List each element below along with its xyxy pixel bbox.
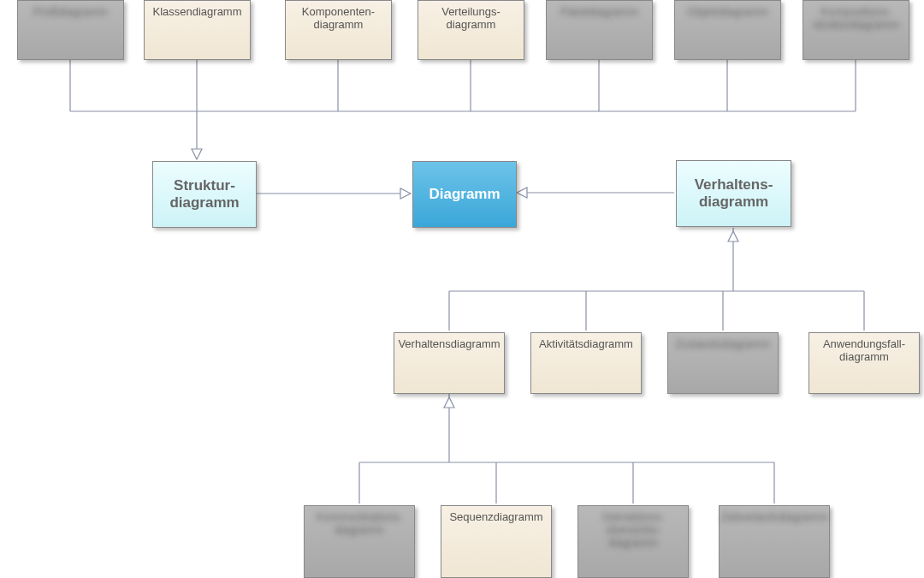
node-zustandsdiagramm: Zustandsdiagramm [667,332,779,394]
svg-marker-22 [444,397,454,408]
node-objektdiagramm: Objektdiagramm [674,0,781,60]
label: Zustandsdiagramm [675,338,770,351]
svg-marker-15 [728,231,738,241]
label: Klassendiagramm [152,6,241,19]
node-aktivitaetsdiagramm: Aktivitätsdiagramm [530,332,642,394]
svg-marker-13 [517,188,527,198]
label: Verhaltens-diagramm [695,176,773,210]
node-profildiagramm: Profildiagramm [17,0,124,60]
node-klassendiagramm: Klassendiagramm [144,0,251,60]
label: Struktur-diagramm [169,177,239,211]
node-anwendungsfalldiagramm: Anwendungsfall-diagramm [808,332,920,394]
svg-marker-9 [192,149,202,159]
node-paketdiagramm: Paketdiagramm [546,0,653,60]
node-komponentendiagramm: Komponenten-diagramm [285,0,392,60]
node-verhaltensdiagramm: Verhaltens-diagramm [676,160,791,227]
label: Verhaltensdiagramm [398,338,500,351]
label: Interaktions-übersichts-diagramm [602,511,664,550]
node-diagramm: Diagramm [412,161,517,228]
node-interaktionsuebersicht: Interaktions-übersichts-diagramm [578,505,689,578]
node-sequenzdiagramm: Sequenzdiagramm [441,505,552,578]
svg-marker-11 [400,188,411,199]
node-verteilungsdiagramm: Verteilungs-diagramm [418,0,524,60]
connector-layer [0,0,924,578]
node-strukturdiagramm: Struktur-diagramm [152,161,257,228]
label: Aktivitätsdiagramm [539,338,633,351]
label: Zeitverlaufsdiagramm [721,511,828,524]
label: Kompositions-strukturdiagramm [813,6,899,32]
label: Profildiagramm [33,6,108,19]
label: Paketdiagramm [560,6,638,19]
label: Diagramm [429,186,500,203]
label: Objektdiagramm [687,6,768,19]
label: Verteilungs-diagramm [441,6,500,32]
node-kommunikationsdiagramm: Kommunikations-diagramm [304,505,415,578]
label: Sequenzdiagramm [449,511,542,524]
node-verhaltensdiagramm-child: Verhaltensdiagramm [394,332,505,394]
label: Anwendungsfall-diagramm [823,338,905,364]
node-zeitverlaufsdiagramm: Zeitverlaufsdiagramm [719,505,830,578]
node-kompositionsstruktur: Kompositions-strukturdiagramm [803,0,909,60]
label: Komponenten-diagramm [302,6,375,32]
label: Kommunikations-diagramm [317,511,402,537]
